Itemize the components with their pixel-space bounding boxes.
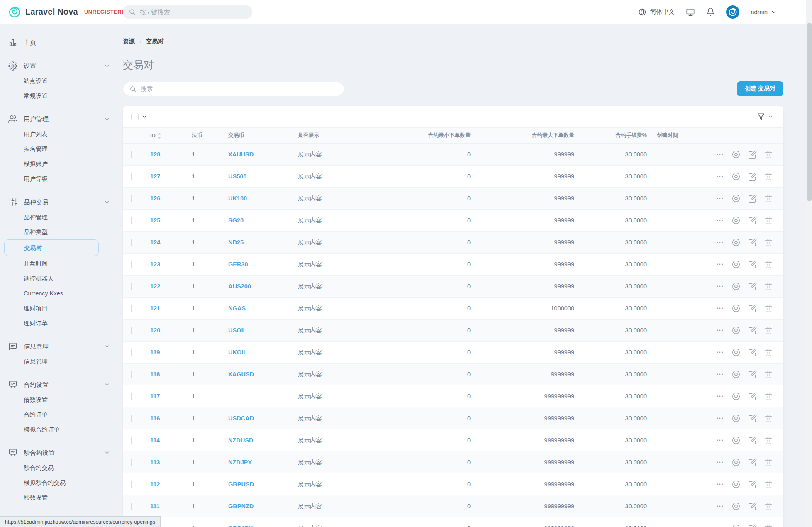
row-delete-button[interactable] bbox=[764, 348, 773, 356]
row-edit-button[interactable] bbox=[748, 216, 757, 225]
cell-coin-link[interactable]: SG20 bbox=[228, 217, 244, 224]
row-delete-button[interactable] bbox=[764, 194, 773, 203]
row-more-button[interactable] bbox=[716, 326, 724, 334]
row-checkbox[interactable] bbox=[131, 283, 132, 290]
row-view-button[interactable] bbox=[732, 150, 741, 159]
global-search-input[interactable] bbox=[140, 8, 246, 15]
cell-coin-link[interactable]: GBPUSD bbox=[228, 481, 254, 488]
chevron-down-icon[interactable] bbox=[104, 199, 110, 205]
sort-icon[interactable] bbox=[158, 133, 161, 139]
cell-id-link[interactable]: 121 bbox=[150, 305, 160, 312]
row-edit-button[interactable] bbox=[748, 150, 757, 159]
row-checkbox[interactable] bbox=[131, 327, 132, 334]
chevron-down-icon[interactable] bbox=[104, 344, 110, 349]
row-delete-button[interactable] bbox=[764, 326, 773, 334]
row-delete-button[interactable] bbox=[764, 458, 773, 466]
row-more-button[interactable] bbox=[716, 172, 724, 181]
row-delete-button[interactable] bbox=[764, 370, 773, 378]
cell-id-link[interactable]: 128 bbox=[150, 151, 160, 158]
cell-coin-link[interactable]: GBPJPY bbox=[228, 525, 253, 527]
row-checkbox[interactable] bbox=[131, 415, 132, 422]
row-edit-button[interactable] bbox=[748, 436, 757, 445]
sidebar-item-品种类型[interactable]: 品种类型 bbox=[0, 224, 119, 239]
row-delete-button[interactable] bbox=[764, 502, 773, 510]
cell-id-link[interactable]: 114 bbox=[150, 437, 160, 444]
sidebar-section-7[interactable]: 秒合约设置 bbox=[0, 445, 119, 460]
cell-coin-link[interactable]: NZDUSD bbox=[228, 437, 253, 444]
row-more-button[interactable] bbox=[716, 480, 724, 488]
column-header[interactable]: 是否展示 bbox=[293, 128, 388, 144]
row-more-button[interactable] bbox=[716, 436, 724, 444]
global-search[interactable] bbox=[123, 5, 252, 19]
cell-coin-link[interactable]: NGAS bbox=[228, 305, 246, 312]
column-header[interactable]: 合约最大下单数量 bbox=[475, 128, 579, 144]
row-edit-button[interactable] bbox=[748, 348, 757, 357]
row-checkbox[interactable] bbox=[131, 195, 132, 202]
row-checkbox[interactable] bbox=[131, 437, 132, 444]
cell-id-link[interactable]: 124 bbox=[150, 239, 160, 246]
row-more-button[interactable] bbox=[716, 216, 724, 224]
sidebar-item-交易对[interactable]: 交易对 bbox=[4, 239, 99, 256]
row-edit-button[interactable] bbox=[748, 326, 757, 335]
row-delete-button[interactable] bbox=[764, 524, 773, 527]
row-checkbox[interactable] bbox=[131, 481, 132, 488]
row-delete-button[interactable] bbox=[764, 392, 773, 400]
row-checkbox[interactable] bbox=[131, 349, 132, 356]
column-header[interactable]: 法币 bbox=[187, 128, 223, 144]
breadcrumb-resources[interactable]: 资源 bbox=[123, 37, 135, 45]
sidebar-item-调控机器人[interactable]: 调控机器人 bbox=[0, 271, 119, 286]
language-switcher[interactable]: 简体中文 bbox=[638, 8, 675, 16]
sidebar-section-3[interactable]: 用户管理 bbox=[0, 112, 119, 127]
chevron-down-icon[interactable] bbox=[104, 382, 110, 388]
row-view-button[interactable] bbox=[732, 216, 741, 225]
row-delete-button[interactable] bbox=[764, 414, 773, 422]
sidebar-item-理财订单[interactable]: 理财订单 bbox=[0, 316, 119, 331]
sidebar-item-常规设置[interactable]: 常规设置 bbox=[0, 88, 119, 103]
column-header[interactable]: 交易币 bbox=[223, 128, 293, 144]
chevron-down-icon[interactable] bbox=[104, 63, 110, 69]
sidebar-item-模拟账户[interactable]: 模拟账户 bbox=[0, 156, 119, 171]
cell-coin-link[interactable]: US500 bbox=[228, 173, 246, 180]
row-view-button[interactable] bbox=[732, 260, 741, 269]
sidebar-item-开盘时间[interactable]: 开盘时间 bbox=[0, 256, 119, 271]
row-view-button[interactable] bbox=[732, 304, 741, 313]
sidebar-section-5[interactable]: 信息管理 bbox=[0, 339, 119, 354]
row-view-button[interactable] bbox=[732, 326, 741, 335]
row-view-button[interactable] bbox=[732, 172, 741, 181]
cell-id-link[interactable]: 111 bbox=[150, 503, 160, 510]
row-view-button[interactable] bbox=[732, 282, 741, 291]
row-edit-button[interactable] bbox=[748, 304, 757, 313]
row-delete-button[interactable] bbox=[764, 238, 773, 246]
row-delete-button[interactable] bbox=[764, 172, 773, 181]
row-view-button[interactable] bbox=[732, 194, 741, 203]
cell-id-link[interactable]: 125 bbox=[150, 217, 160, 224]
row-view-button[interactable] bbox=[732, 436, 741, 445]
row-checkbox[interactable] bbox=[131, 239, 132, 246]
sidebar-item-理财项目[interactable]: 理财项目 bbox=[0, 301, 119, 316]
chevron-down-icon[interactable] bbox=[104, 116, 110, 122]
page-scrollbar[interactable] bbox=[806, 0, 812, 527]
scrollbar-thumb[interactable] bbox=[807, 23, 812, 201]
row-checkbox[interactable] bbox=[131, 173, 132, 180]
row-checkbox[interactable] bbox=[131, 151, 132, 158]
cell-coin-link[interactable]: NZDJPY bbox=[228, 459, 252, 466]
row-checkbox[interactable] bbox=[131, 371, 132, 378]
row-delete-button[interactable] bbox=[764, 260, 773, 268]
sidebar-item-信息管理[interactable]: 信息管理 bbox=[0, 354, 119, 369]
chevron-down-icon[interactable] bbox=[104, 450, 110, 456]
avatar[interactable] bbox=[726, 5, 739, 19]
sidebar-item-模拟合约订单[interactable]: 模拟合约订单 bbox=[0, 422, 119, 437]
row-view-button[interactable] bbox=[732, 370, 741, 379]
cell-coin-link[interactable]: USDCAD bbox=[228, 415, 254, 422]
cell-coin-link[interactable]: USOIL bbox=[228, 327, 246, 334]
row-checkbox[interactable] bbox=[131, 393, 132, 400]
row-edit-button[interactable] bbox=[748, 458, 757, 467]
cell-id-link[interactable]: 127 bbox=[150, 173, 160, 180]
sidebar-section-1[interactable]: 主页 bbox=[0, 35, 119, 50]
sidebar-item-Currency Kxes[interactable]: Currency Kxes bbox=[0, 286, 119, 301]
row-checkbox[interactable] bbox=[131, 217, 132, 224]
row-view-button[interactable] bbox=[732, 392, 741, 401]
row-edit-button[interactable] bbox=[748, 370, 757, 379]
cell-id-link[interactable]: 118 bbox=[150, 371, 160, 378]
bell-icon[interactable] bbox=[706, 7, 715, 16]
